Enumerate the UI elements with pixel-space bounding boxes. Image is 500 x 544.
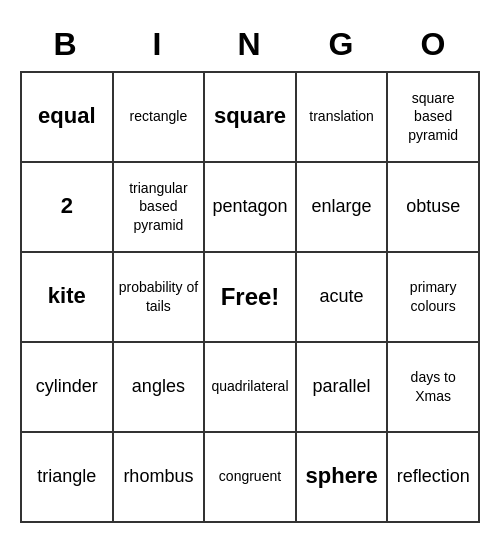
bingo-cell: congruent [205, 433, 297, 523]
bingo-cell: rhombus [114, 433, 206, 523]
bingo-cell: equal [22, 73, 114, 163]
header-letter: O [388, 22, 480, 67]
bingo-cell: angles [114, 343, 206, 433]
bingo-cell: quadrilateral [205, 343, 297, 433]
header-letter: N [204, 22, 296, 67]
bingo-cell: pentagon [205, 163, 297, 253]
bingo-cell: enlarge [297, 163, 389, 253]
bingo-cell: square based pyramid [388, 73, 480, 163]
bingo-cell: parallel [297, 343, 389, 433]
bingo-card: BINGO equalrectanglesquaretranslationsqu… [10, 12, 490, 533]
bingo-cell: cylinder [22, 343, 114, 433]
bingo-cell: obtuse [388, 163, 480, 253]
bingo-cell: probability of tails [114, 253, 206, 343]
bingo-cell: primary colours [388, 253, 480, 343]
header-letter: B [20, 22, 112, 67]
bingo-cell: rectangle [114, 73, 206, 163]
header-letter: G [296, 22, 388, 67]
bingo-cell: triangular based pyramid [114, 163, 206, 253]
header-letter: I [112, 22, 204, 67]
bingo-grid: equalrectanglesquaretranslationsquare ba… [20, 71, 480, 523]
bingo-cell: Free! [205, 253, 297, 343]
bingo-cell: square [205, 73, 297, 163]
bingo-cell: 2 [22, 163, 114, 253]
bingo-cell: acute [297, 253, 389, 343]
bingo-header: BINGO [20, 22, 480, 67]
bingo-cell: sphere [297, 433, 389, 523]
bingo-cell: reflection [388, 433, 480, 523]
bingo-cell: triangle [22, 433, 114, 523]
bingo-cell: days to Xmas [388, 343, 480, 433]
bingo-cell: translation [297, 73, 389, 163]
bingo-cell: kite [22, 253, 114, 343]
